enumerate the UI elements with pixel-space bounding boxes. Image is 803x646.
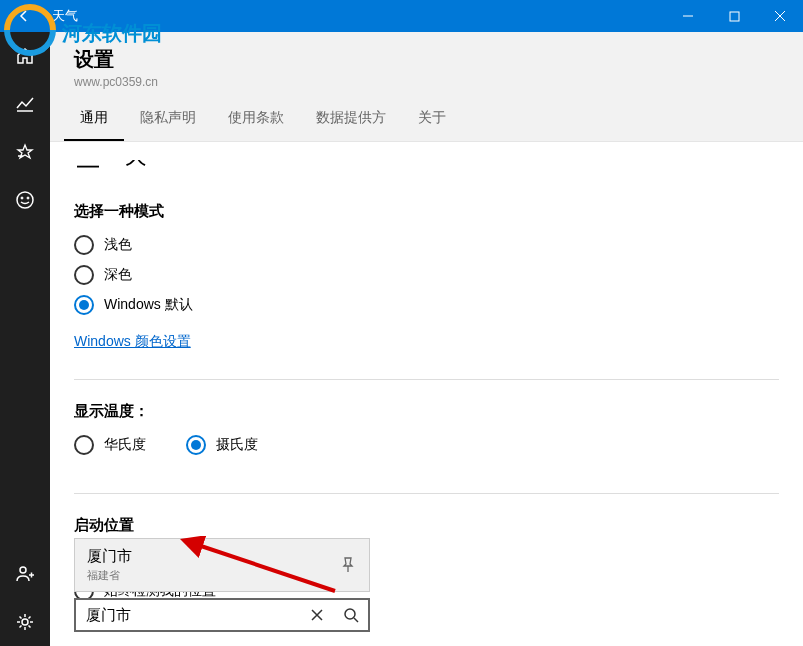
tab-privacy[interactable]: 隐私声明 [124,97,212,141]
minimize-button[interactable] [665,0,711,32]
radio-label: 华氏度 [104,436,146,454]
close-button[interactable] [757,0,803,32]
watermark-url: www.pc0359.cn [50,75,803,97]
nav-favorite[interactable] [0,128,50,176]
radio-label: 摄氏度 [216,436,258,454]
divider [74,493,779,494]
svg-point-5 [22,619,28,625]
svg-point-1 [17,192,33,208]
mode-title: 选择一种模式 [74,202,779,221]
nav-account[interactable] [0,550,50,598]
svg-point-4 [20,567,26,573]
pin-icon [339,556,357,574]
tab-about[interactable]: 关于 [402,97,462,141]
tab-provider[interactable]: 数据提供方 [300,97,402,141]
radio-icon [74,265,94,285]
svg-point-2 [21,197,23,199]
radio-windows-default[interactable]: Windows 默认 [74,295,779,315]
radio-icon [186,435,206,455]
radio-celsius[interactable]: 摄氏度 [186,435,258,455]
radio-light[interactable]: 浅色 [74,235,779,255]
startup-title: 启动位置 [74,516,779,535]
search-input[interactable] [76,607,300,624]
cut-heading: ㅡ ㅅ [74,160,779,178]
suggestion-city: 厦门市 [87,547,339,566]
radio-dark[interactable]: 深色 [74,265,779,285]
titlebar: 天气 [0,0,803,32]
nav-settings[interactable] [0,598,50,646]
color-settings-link[interactable]: Windows 颜色设置 [74,333,191,351]
page-title: 设置 [50,32,803,75]
location-search [74,598,370,632]
svg-rect-0 [730,12,739,21]
suggestion-province: 福建省 [87,568,339,583]
tabs: 通用 隐私声明 使用条款 数据提供方 关于 [50,97,803,141]
content-area: 设置 www.pc0359.cn 通用 隐私声明 使用条款 数据提供方 关于 ㅡ… [50,32,803,646]
temperature-title: 显示温度： [74,402,779,421]
sidebar [0,32,50,646]
nav-chart[interactable] [0,80,50,128]
tab-terms[interactable]: 使用条款 [212,97,300,141]
radio-label: Windows 默认 [104,296,193,314]
maximize-button[interactable] [711,0,757,32]
window-title: 天气 [48,7,665,25]
radio-icon [74,235,94,255]
svg-point-3 [27,197,29,199]
radio-fahrenheit[interactable]: 华氏度 [74,435,146,455]
tab-general[interactable]: 通用 [64,97,124,141]
radio-icon [74,435,94,455]
search-button[interactable] [334,600,368,630]
clear-button[interactable] [300,600,334,630]
back-button[interactable] [0,0,48,32]
nav-feedback[interactable] [0,176,50,224]
svg-point-6 [345,609,355,619]
divider [74,379,779,380]
radio-label: 深色 [104,266,132,284]
radio-icon [74,295,94,315]
nav-home[interactable] [0,32,50,80]
radio-label: 浅色 [104,236,132,254]
location-suggestion[interactable]: 厦门市 福建省 [74,538,370,592]
